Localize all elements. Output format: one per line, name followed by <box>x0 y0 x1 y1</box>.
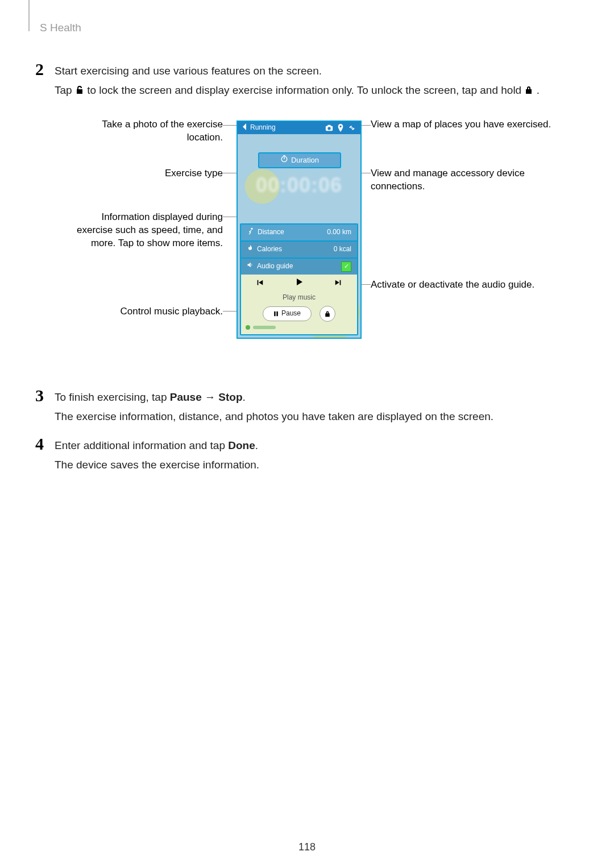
header-rule <box>28 0 30 31</box>
back-chevron-icon[interactable] <box>242 123 247 134</box>
distance-row[interactable]: Distance 0.00 km <box>241 225 357 240</box>
callout-music: Control music playback. <box>75 305 223 318</box>
svg-rect-6 <box>276 312 278 316</box>
text: Enter additional information and tap <box>55 439 228 451</box>
step-number: 4 <box>35 434 55 452</box>
callout-exercise-type: Exercise type <box>75 167 223 180</box>
step-number: 2 <box>35 60 55 78</box>
exercise-type-title[interactable]: Running <box>250 123 276 132</box>
step-3-line-1: To finish exercising, tap Pause → Stop. <box>55 389 574 405</box>
duration-pill[interactable]: Duration <box>258 152 341 168</box>
text: to lock the screen and display exercise … <box>87 84 524 96</box>
svg-point-1 <box>327 127 330 130</box>
audio-guide-label: Audio guide <box>257 261 293 271</box>
lock-screen-button[interactable] <box>320 306 335 322</box>
callout-map-places: View a map of places you have exercised. <box>371 118 553 131</box>
audio-guide-checkbox[interactable]: ✓ <box>341 261 351 272</box>
play-music-label: Play music <box>241 292 357 306</box>
stopwatch-icon <box>280 155 288 166</box>
link-icon[interactable] <box>348 124 356 132</box>
callout-info-display: Information displayed during exercise su… <box>75 211 223 250</box>
text: . <box>537 84 540 96</box>
step-4: 4 Enter additional information and tap D… <box>35 434 574 472</box>
distance-label: Distance <box>258 227 284 237</box>
svg-point-4 <box>251 227 252 229</box>
text: → <box>202 391 219 403</box>
pause-icon <box>273 311 279 317</box>
pause-button[interactable]: Pause <box>263 306 312 321</box>
text: . <box>243 391 246 403</box>
camera-icon[interactable] <box>325 124 333 132</box>
pause-label: Pause <box>281 309 301 318</box>
step-number: 3 <box>35 386 55 404</box>
pause-bold: Pause <box>170 391 202 403</box>
svg-rect-2 <box>327 125 330 127</box>
status-bar <box>253 326 276 329</box>
svg-rect-5 <box>274 312 276 316</box>
audio-guide-row[interactable]: Audio guide ✓ <box>241 258 357 275</box>
step-3-line-2: The exercise information, distance, and … <box>55 409 574 425</box>
calories-row[interactable]: Calories 0 kcal <box>241 240 357 258</box>
text: Tap <box>55 84 75 96</box>
runner-icon <box>247 227 254 238</box>
step-2: 2 Start exercising and use various featu… <box>35 60 574 376</box>
status-dot-icon <box>246 325 250 330</box>
exercise-timer: 00:00:06 <box>238 171 360 200</box>
step-4-line-2: The device saves the exercise informatio… <box>55 457 574 473</box>
step-2-line-2: Tap to lock the screen and display exerc… <box>55 82 574 98</box>
annotated-screenshot: Take a photo of the exercise location. E… <box>75 118 570 371</box>
play-icon[interactable] <box>294 275 304 291</box>
prev-track-icon[interactable] <box>256 275 264 291</box>
callout-audio: Activate or deactivate the audio guide. <box>371 279 553 292</box>
lock-icon <box>524 83 533 92</box>
section-breadcrumb: S Health <box>40 20 81 36</box>
status-indicator <box>241 322 357 330</box>
text: To finish exercising, tap <box>55 391 170 403</box>
calories-label: Calories <box>257 244 282 254</box>
next-track-icon[interactable] <box>334 275 342 291</box>
phone-screenshot: Running <box>237 121 362 339</box>
lock-open-icon <box>75 83 84 92</box>
step-4-line-1: Enter additional information and tap Don… <box>55 438 574 454</box>
step-3: 3 To finish exercising, tap Pause → Stop… <box>35 386 574 424</box>
exercise-panel: Distance 0.00 km Calories 0 kcal <box>240 223 358 335</box>
callout-accessory: View and manage accessory device connect… <box>371 167 553 193</box>
lock-icon <box>324 310 331 317</box>
page-number: 118 <box>0 840 614 854</box>
calories-value: 0 kcal <box>334 244 351 254</box>
stop-bold: Stop <box>218 391 242 403</box>
step-2-line-1: Start exercising and use various feature… <box>55 63 574 79</box>
done-bold: Done <box>228 439 255 451</box>
phone-topbar: Running <box>238 122 360 134</box>
callout-photo: Take a photo of the exercise location. <box>75 118 223 144</box>
distance-value: 0.00 km <box>327 227 351 237</box>
speaker-icon <box>247 261 254 271</box>
text: . <box>255 439 258 451</box>
flame-icon <box>247 244 254 254</box>
music-controls <box>241 275 357 292</box>
duration-label: Duration <box>291 155 319 166</box>
location-pin-icon[interactable] <box>337 124 345 132</box>
